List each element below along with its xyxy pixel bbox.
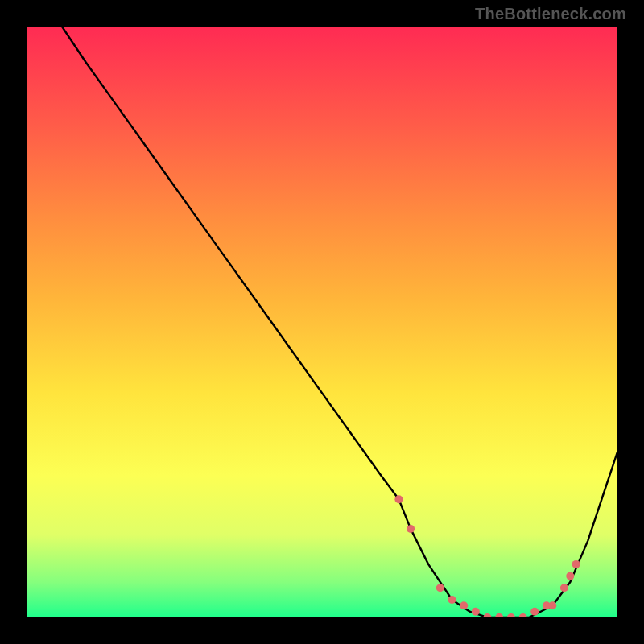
highlight-dot — [548, 601, 556, 609]
highlight-dots — [394, 495, 580, 617]
highlight-dot — [436, 584, 444, 592]
highlight-dot — [407, 525, 415, 533]
curve-layer — [27, 27, 617, 617]
highlight-dot — [572, 560, 580, 568]
highlight-dot — [507, 613, 515, 617]
highlight-dot — [448, 596, 456, 604]
bottleneck-curve — [62, 27, 617, 617]
highlight-dot — [566, 572, 574, 580]
attribution-watermark: TheBottleneck.com — [475, 5, 626, 23]
highlight-dot — [484, 613, 492, 617]
highlight-dot — [394, 495, 402, 503]
chart-frame: TheBottleneck.com — [0, 0, 644, 644]
highlight-dot — [519, 613, 527, 617]
highlight-dot — [460, 601, 468, 609]
plot-area — [27, 27, 617, 617]
highlight-dot — [472, 608, 480, 616]
highlight-dot — [530, 608, 539, 616]
highlight-dot — [495, 613, 503, 617]
highlight-dot — [560, 584, 568, 592]
